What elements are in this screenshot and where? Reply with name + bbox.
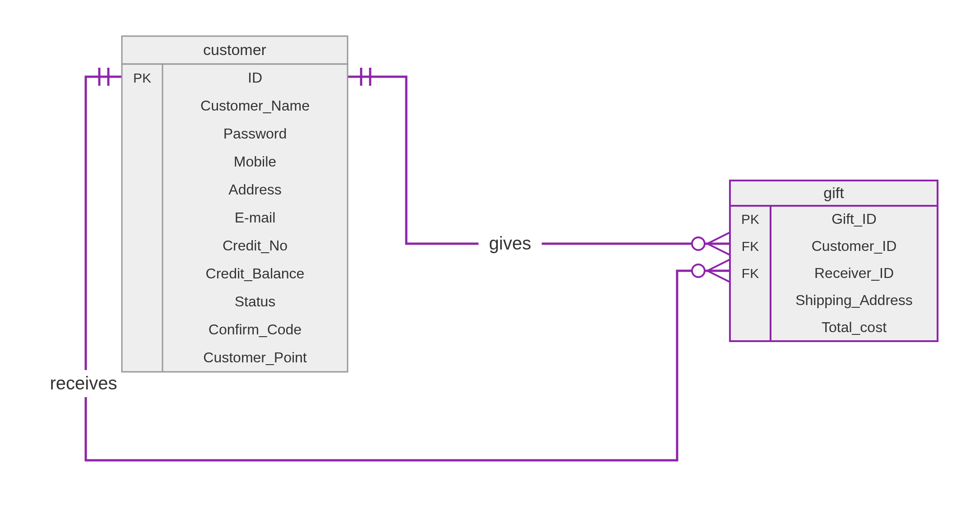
entity-gift-key-1: FK [742, 239, 759, 254]
entity-customer-attr-0: ID [248, 69, 262, 86]
entity-gift-title: gift [823, 184, 844, 201]
relationship-receives-label: receives [50, 373, 117, 393]
entity-gift: gift PK Gift_ID FK Customer_ID FK Receiv… [730, 181, 938, 341]
entity-customer-attr-2: Password [223, 125, 287, 142]
entity-customer-key-0: PK [133, 70, 151, 85]
er-diagram: gives receives customer PK ID Customer_ [0, 0, 980, 514]
entity-customer-attr-7: Credit_Balance [206, 265, 305, 282]
entity-customer-attr-8: Status [235, 293, 276, 310]
svg-line-11 [707, 271, 730, 282]
entity-customer-attr-5: E-mail [235, 209, 276, 226]
svg-line-9 [707, 259, 730, 271]
entity-gift-attr-2: Receiver_ID [814, 265, 894, 281]
entity-customer-title: customer [203, 41, 266, 58]
entity-customer-attr-6: Credit_No [223, 237, 288, 254]
entity-customer: customer PK ID Customer_Name Password Mo… [122, 36, 348, 372]
entity-gift-attr-1: Customer_ID [812, 238, 897, 254]
entity-gift-attr-0: Gift_ID [831, 211, 877, 227]
entity-customer-attr-3: Mobile [234, 153, 276, 170]
entity-gift-key-0: PK [741, 212, 759, 227]
entity-customer-attr-9: Confirm_Code [209, 321, 302, 338]
entity-gift-attr-3: Shipping_Address [795, 292, 913, 308]
entity-gift-key-2: FK [742, 266, 759, 281]
relationship-gives: gives [348, 68, 730, 256]
relationship-gives-label: gives [489, 233, 531, 253]
svg-line-2 [707, 232, 730, 244]
entity-customer-attr-4: Address [228, 181, 281, 198]
entity-customer-attr-10: Customer_Point [203, 349, 307, 366]
entity-customer-attr-1: Customer_Name [200, 97, 310, 114]
svg-line-4 [707, 244, 730, 255]
entity-gift-attr-4: Total_cost [822, 319, 887, 335]
svg-point-5 [692, 237, 705, 250]
svg-point-12 [692, 264, 705, 277]
